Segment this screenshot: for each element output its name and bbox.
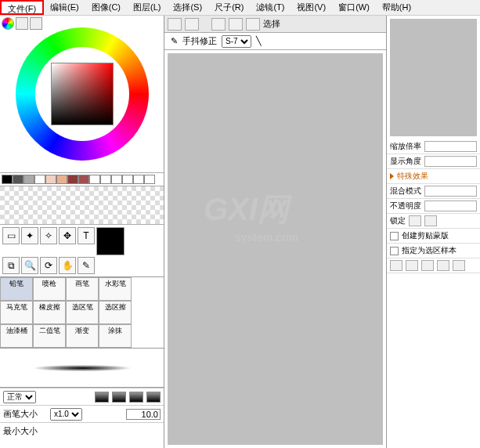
eyedropper-tool[interactable]: ✎: [78, 257, 95, 274]
swatch[interactable]: [45, 175, 56, 184]
marksel-checkbox[interactable]: [390, 247, 399, 255]
marksel-label: 指定为选区样本: [402, 245, 457, 256]
menu-ruler[interactable]: 尺子(R): [208, 0, 250, 15]
brush-size-value[interactable]: 10.0: [126, 409, 161, 420]
tip-shape-1[interactable]: [95, 392, 109, 403]
brush-preset[interactable]: 水彩笔: [99, 277, 132, 301]
clear-layer-icon[interactable]: [453, 260, 465, 271]
navigator-preview[interactable]: [390, 19, 477, 136]
swatch[interactable]: [89, 175, 100, 184]
menu-window[interactable]: 窗口(W): [332, 0, 376, 15]
blend-input[interactable]: [424, 186, 477, 197]
menu-layer[interactable]: 图层(L): [127, 0, 167, 15]
menu-edit[interactable]: 编辑(E): [44, 0, 85, 15]
blend-mode-select[interactable]: 正常: [3, 391, 36, 403]
opacity-label: 不透明度: [390, 201, 421, 211]
angle-row: 显示角度: [387, 154, 480, 169]
brush-preset[interactable]: 喷枪: [33, 277, 66, 301]
swatch[interactable]: [111, 175, 122, 184]
tip-shape-3[interactable]: [129, 392, 143, 403]
text-tool[interactable]: T: [78, 227, 95, 244]
opacity-input[interactable]: [424, 201, 477, 211]
nav-prev-icon[interactable]: [168, 18, 182, 31]
sel-free-icon[interactable]: [229, 18, 243, 31]
right-panel: 缩放倍率 显示角度 特殊效果 混合模式 不透明度 锁定 创建剪贴蒙版: [386, 16, 480, 448]
marksel-row[interactable]: 指定为选区样本: [387, 244, 480, 258]
zoom-tool[interactable]: 🔍: [21, 257, 38, 274]
brush-preset[interactable]: 橡皮擦: [33, 301, 66, 324]
left-panel: ▭ ✦ ✧ ✥ T ⧉ 🔍 ⟳ ✋ ✎ 铅笔喷枪画笔水彩笔马克笔橡皮擦选区笔选区…: [0, 16, 164, 448]
swatch[interactable]: [34, 175, 45, 184]
sel-poly-icon[interactable]: [246, 18, 260, 31]
swatch[interactable]: [78, 175, 89, 184]
brush-size-row: 画笔大小 x1.0 10.0: [0, 405, 164, 422]
fx-header[interactable]: 特殊效果: [387, 169, 480, 184]
color-picker[interactable]: [0, 16, 164, 172]
nav-next-icon[interactable]: [185, 18, 199, 31]
brush-preset[interactable]: 油漆桶: [0, 324, 33, 348]
merge-down-icon[interactable]: [437, 260, 449, 271]
swatch[interactable]: [144, 175, 155, 184]
clip-checkbox[interactable]: [390, 232, 399, 240]
fg-color-preview[interactable]: [96, 227, 125, 255]
transform-tool[interactable]: ⧉: [2, 257, 20, 274]
new-layer-icon[interactable]: [390, 260, 402, 271]
brush-preset[interactable]: 选区笔: [66, 301, 99, 324]
blend-row: 混合模式: [387, 184, 480, 199]
menu-bar: 文件(F) 编辑(E) 图像(C) 图层(L) 选择(S) 尺子(R) 滤镜(T…: [0, 0, 480, 16]
sel-rect-icon[interactable]: [211, 18, 226, 31]
brush-preset[interactable]: 马克笔: [0, 301, 33, 324]
sv-square[interactable]: [51, 63, 114, 125]
hue-ring[interactable]: [16, 27, 149, 161]
brush-preset[interactable]: 渐变: [66, 324, 99, 348]
select-rect-tool[interactable]: ▭: [2, 227, 20, 244]
menu-file[interactable]: 文件(F): [0, 0, 44, 15]
swatch[interactable]: [13, 175, 23, 184]
tip-shape-4[interactable]: [146, 392, 161, 403]
size-mult-select[interactable]: x1.0: [50, 408, 82, 421]
scratchpad-mode-icon[interactable]: [30, 17, 42, 30]
brush-preset[interactable]: 二值笔: [33, 324, 66, 348]
menu-help[interactable]: 帮助(H): [376, 0, 417, 15]
move-tool[interactable]: ✥: [59, 227, 76, 244]
color-rgb-mode-icon[interactable]: [16, 17, 28, 30]
swatch[interactable]: [23, 175, 34, 184]
swatch[interactable]: [56, 175, 67, 184]
opacity-row: 不透明度: [387, 199, 480, 214]
delete-layer-icon[interactable]: [421, 260, 434, 271]
swatch[interactable]: [2, 175, 13, 184]
color-wheel-mode-icon[interactable]: [2, 17, 14, 30]
brush-preset[interactable]: 选区擦: [99, 301, 132, 324]
zoom-input[interactable]: [424, 141, 477, 152]
tip-shape-2[interactable]: [112, 392, 126, 403]
swatch-empty-grid[interactable]: [0, 186, 164, 225]
clip-row[interactable]: 创建剪贴蒙版: [387, 229, 480, 244]
zoom-row: 缩放倍率: [387, 139, 480, 154]
stabilizer-select[interactable]: S-7: [222, 35, 251, 48]
canvas-area[interactable]: [168, 53, 383, 445]
angle-input[interactable]: [424, 156, 477, 167]
swatch[interactable]: [67, 175, 78, 184]
angle-label: 显示角度: [390, 156, 421, 167]
menu-view[interactable]: 视图(V): [291, 0, 332, 15]
lock-alpha-icon[interactable]: [409, 215, 421, 226]
lock-pixel-icon[interactable]: [424, 215, 437, 226]
swatch[interactable]: [122, 175, 133, 184]
new-folder-icon[interactable]: [406, 260, 418, 271]
lasso-tool[interactable]: ✦: [21, 227, 38, 244]
brush-preset[interactable]: 涂抹: [99, 324, 132, 348]
menu-select[interactable]: 选择(S): [167, 0, 208, 15]
swatch[interactable]: [100, 175, 111, 184]
menu-filter[interactable]: 滤镜(T): [250, 0, 291, 15]
magic-wand-tool[interactable]: ✧: [40, 227, 57, 244]
rotate-tool[interactable]: ⟳: [40, 257, 57, 274]
swatch[interactable]: [133, 175, 144, 184]
brush-preset[interactable]: 画笔: [66, 277, 99, 301]
hand-tool[interactable]: ✋: [59, 257, 76, 274]
menu-image[interactable]: 图像(C): [85, 0, 127, 15]
blend-label: 混合模式: [390, 186, 421, 197]
fx-label: 特殊效果: [397, 171, 428, 182]
pencil-icon: ✎: [171, 36, 178, 46]
brush-preset[interactable]: 铅笔: [0, 277, 33, 301]
clip-label: 创建剪贴蒙版: [402, 230, 449, 241]
